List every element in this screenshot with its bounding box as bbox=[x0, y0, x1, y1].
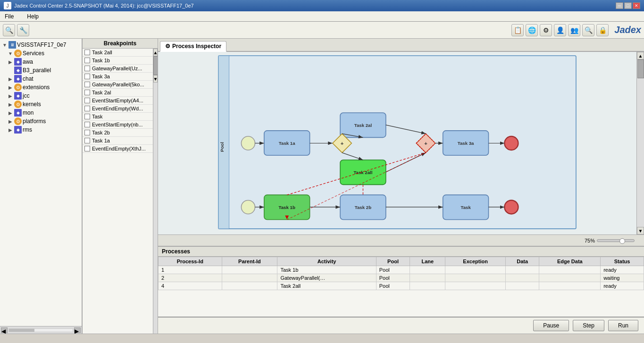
toolbar-right: 📋 🌐 ⚙ 👤 👥 🔍 🔒 Jadex bbox=[511, 24, 641, 36]
bp-eventstart-nb[interactable]: EventStartEmpty(nb... bbox=[83, 121, 153, 129]
bp-check-1[interactable] bbox=[84, 58, 90, 63]
bp-task2b[interactable]: Task 2b bbox=[83, 129, 153, 137]
mon-expander[interactable]: ▶ bbox=[8, 110, 13, 116]
proc-lane-2 bbox=[410, 274, 445, 282]
tree-chat[interactable]: ▶ ◆ chat bbox=[6, 75, 82, 83]
bp-scroll-down[interactable]: ▼ bbox=[153, 75, 158, 83]
minimize-button[interactable]: ─ bbox=[616, 2, 623, 9]
svg-point-4 bbox=[241, 200, 255, 214]
zoom-slider[interactable] bbox=[597, 239, 635, 242]
bp-check-8[interactable] bbox=[84, 114, 90, 119]
rms-expander[interactable]: ▶ bbox=[8, 127, 13, 133]
chat-expander[interactable]: ▶ bbox=[8, 76, 13, 82]
tree-jcc[interactable]: ▶ ◆ jcc bbox=[6, 92, 82, 100]
toolbar-btn-5[interactable]: 👥 bbox=[568, 24, 580, 36]
bp-task2al[interactable]: Task 2al bbox=[83, 89, 153, 97]
toolbar-btn-1[interactable]: 📋 bbox=[511, 24, 524, 36]
proc-id-2: 2 bbox=[159, 274, 222, 282]
bp-task3a[interactable]: Task 3a bbox=[83, 73, 153, 81]
awa-expander[interactable]: ▶ bbox=[8, 59, 13, 65]
root-expander[interactable]: ▼ bbox=[2, 42, 8, 48]
tree-extensions[interactable]: ▶ ⚙ extensions bbox=[6, 83, 82, 92]
tab-process-inspector[interactable]: ⚙ Process Inspector bbox=[160, 41, 226, 52]
processes-table-wrapper: Process-Id Parent-Id Activity Pool Lane … bbox=[158, 257, 644, 317]
menu-file[interactable]: File bbox=[2, 12, 17, 21]
bpmn-scroll-down[interactable]: ▼ bbox=[637, 227, 644, 234]
tree-rms[interactable]: ▶ ◆ rms bbox=[6, 125, 82, 134]
close-button[interactable]: ✕ bbox=[633, 2, 640, 9]
process-row-4[interactable]: 4 Task 2all Pool ready bbox=[159, 282, 644, 290]
toolbar-btn-search[interactable]: 🔍 bbox=[3, 24, 15, 36]
bp-eventstart-a4[interactable]: EventStartEmpty(A4... bbox=[83, 97, 153, 105]
bp-gateway-uz[interactable]: GatewayParallel(Uz... bbox=[83, 65, 153, 73]
col-activity: Activity bbox=[277, 257, 376, 266]
col-process-id: Process-Id bbox=[159, 257, 222, 266]
bpmn-canvas[interactable]: Pool Task 1a Task 1 bbox=[158, 52, 636, 234]
processes-table-header: Process-Id Parent-Id Activity Pool Lane … bbox=[159, 257, 644, 266]
jcc-expander[interactable]: ▶ bbox=[8, 93, 13, 99]
proc-pool-1: Pool bbox=[376, 266, 410, 274]
proc-exception-1 bbox=[445, 266, 505, 274]
process-row-2[interactable]: 2 GatewayParallel(… Pool waiting bbox=[159, 274, 644, 282]
toolbar-btn-6[interactable]: 🔍 bbox=[582, 24, 594, 36]
tree-platforms[interactable]: ▶ ⚙ platforms bbox=[6, 117, 82, 125]
toolbar-btn-4[interactable]: 👤 bbox=[554, 24, 566, 36]
awa-icon: ◆ bbox=[14, 58, 22, 66]
bp-task1b[interactable]: Task 1b bbox=[83, 57, 153, 65]
bpmn-scroll-up[interactable]: ▲ bbox=[637, 52, 644, 59]
bp-eventend-wd[interactable]: EventEndEmpty(Wd... bbox=[83, 105, 153, 113]
bp-check-5[interactable] bbox=[84, 90, 90, 95]
ext-expander[interactable]: ▶ bbox=[8, 84, 13, 90]
breakpoints-scrollbar[interactable]: ▲ ▼ bbox=[153, 49, 158, 334]
pause-button[interactable]: Pause bbox=[533, 320, 569, 331]
left-scroll-left[interactable]: ◀ bbox=[1, 327, 8, 333]
bp-task2all[interactable]: Task 2all bbox=[83, 49, 153, 57]
tree-b3parallel[interactable]: ◆ B3_parallel bbox=[6, 66, 82, 75]
bp-scroll-thumb[interactable] bbox=[153, 56, 158, 75]
bp-task[interactable]: Task bbox=[83, 113, 153, 121]
bp-gateway-5ko[interactable]: GatewayParallel(5ko... bbox=[83, 81, 153, 89]
run-button[interactable]: Run bbox=[608, 320, 638, 331]
svg-text:+: + bbox=[341, 141, 344, 146]
bp-check-3[interactable] bbox=[84, 74, 90, 79]
toolbar-btn-tools[interactable]: 🔧 bbox=[17, 24, 29, 36]
kernels-expander[interactable]: ▶ bbox=[8, 101, 13, 107]
toolbar-btn-2[interactable]: 🌐 bbox=[526, 24, 538, 36]
bp-scroll-up[interactable]: ▲ bbox=[153, 49, 158, 56]
left-scroll-thumb[interactable] bbox=[9, 329, 34, 332]
toolbar-btn-3[interactable]: ⚙ bbox=[540, 24, 552, 36]
bpmn-scroll-thumb-v[interactable] bbox=[637, 59, 644, 78]
bp-check-9[interactable] bbox=[84, 122, 90, 127]
left-scroll-right[interactable]: ▶ bbox=[74, 327, 81, 333]
bp-check-12[interactable] bbox=[84, 146, 90, 151]
step-button[interactable]: Step bbox=[573, 320, 604, 331]
bp-eventend-xthj[interactable]: EventEndEmpty(XthJ... bbox=[83, 145, 153, 153]
bp-check-11[interactable] bbox=[84, 138, 90, 143]
bp-check-7[interactable] bbox=[84, 106, 90, 111]
tree-mon[interactable]: ▶ ◆ mon bbox=[6, 109, 82, 117]
bp-check-4[interactable] bbox=[84, 82, 90, 87]
process-row-1[interactable]: 1 Task 1b Pool ready bbox=[159, 266, 644, 274]
tree-services[interactable]: ▼ ⚙ Services bbox=[6, 49, 82, 58]
toolbar-btn-7[interactable]: 🔒 bbox=[596, 24, 609, 36]
bp-check-0[interactable] bbox=[84, 50, 90, 55]
bp-check-2[interactable] bbox=[84, 66, 90, 71]
bpmn-scroll-vertical[interactable]: ▲ ▼ bbox=[636, 52, 644, 234]
bp-check-6[interactable] bbox=[84, 98, 90, 103]
b3-expander[interactable] bbox=[8, 67, 13, 73]
zoom-handle[interactable] bbox=[619, 238, 625, 244]
titlebar-controls[interactable]: ─ □ ✕ bbox=[616, 2, 640, 9]
tree-root[interactable]: ▼ 🖥 VSISSTAFF17_0e7 bbox=[0, 41, 82, 49]
services-expander[interactable]: ▼ bbox=[8, 50, 13, 56]
toolbar: 🔍 🔧 📋 🌐 ⚙ 👤 👥 🔍 🔒 Jadex bbox=[0, 22, 644, 39]
bp-check-10[interactable] bbox=[84, 130, 90, 135]
chat-label: chat bbox=[23, 75, 33, 82]
menu-help[interactable]: Help bbox=[24, 12, 42, 21]
main-layout: ▼ 🖥 VSISSTAFF17_0e7 ▼ ⚙ Services ▶ ◆ awa… bbox=[0, 39, 644, 334]
tree-awa[interactable]: ▶ ◆ awa bbox=[6, 58, 82, 66]
maximize-button[interactable]: □ bbox=[624, 2, 632, 9]
platforms-expander[interactable]: ▶ bbox=[8, 118, 13, 124]
proc-lane-4 bbox=[410, 282, 445, 290]
tree-kernels[interactable]: ▶ ⚙ kernels bbox=[6, 100, 82, 109]
bp-task1a[interactable]: Task 1a bbox=[83, 137, 153, 145]
